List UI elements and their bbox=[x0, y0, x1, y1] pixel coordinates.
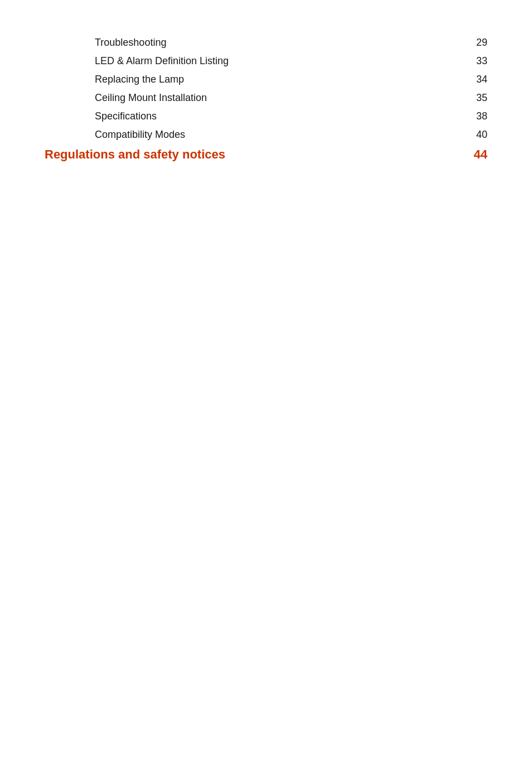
toc-item-label: Troubleshooting bbox=[95, 37, 166, 49]
toc-item-page: 40 bbox=[471, 129, 487, 141]
toc-item-label: Specifications bbox=[95, 110, 157, 122]
toc-item-page: 38 bbox=[471, 110, 487, 122]
toc-item-page: 33 bbox=[471, 55, 487, 67]
toc-item[interactable]: Specifications38 bbox=[45, 107, 487, 126]
toc-item[interactable]: Compatibility Modes40 bbox=[45, 126, 487, 144]
toc-item-page: 34 bbox=[471, 74, 487, 85]
toc-list: Troubleshooting29LED & Alarm Definition … bbox=[45, 33, 487, 165]
toc-item-label: Replacing the Lamp bbox=[95, 74, 184, 85]
toc-item-page: 44 bbox=[471, 147, 487, 162]
toc-item-page: 29 bbox=[471, 37, 487, 49]
page-container: Troubleshooting29LED & Alarm Definition … bbox=[0, 0, 532, 764]
toc-item-label: Compatibility Modes bbox=[95, 129, 185, 141]
toc-item[interactable]: Replacing the Lamp34 bbox=[45, 70, 487, 89]
toc-item-label: Ceiling Mount Installation bbox=[95, 92, 207, 104]
toc-item[interactable]: Regulations and safety notices44 bbox=[45, 144, 487, 165]
toc-item-label: LED & Alarm Definition Listing bbox=[95, 55, 229, 67]
toc-item[interactable]: Troubleshooting29 bbox=[45, 33, 487, 52]
toc-item[interactable]: LED & Alarm Definition Listing33 bbox=[45, 52, 487, 70]
toc-item[interactable]: Ceiling Mount Installation35 bbox=[45, 89, 487, 107]
toc-item-label: Regulations and safety notices bbox=[45, 147, 225, 162]
toc-item-page: 35 bbox=[471, 92, 487, 104]
